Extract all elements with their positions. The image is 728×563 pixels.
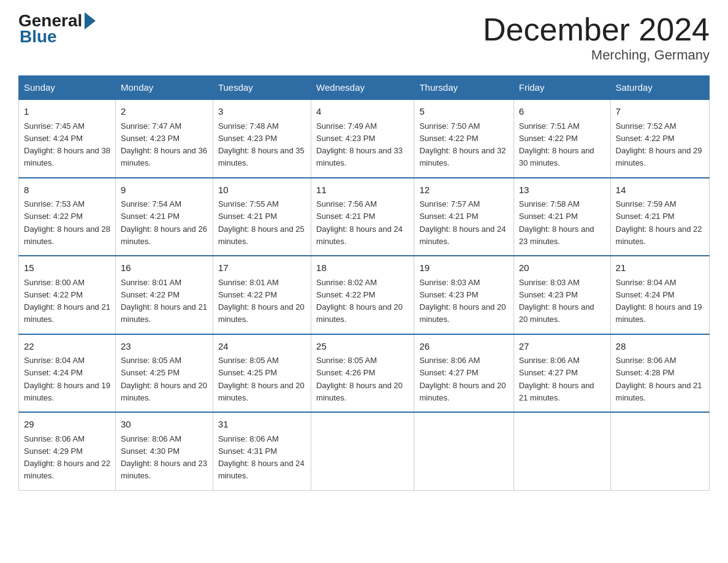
day-number: 31 xyxy=(218,418,306,432)
day-info: Sunrise: 7:57 AMSunset: 4:21 PMDaylight:… xyxy=(419,199,506,246)
table-row: 4 Sunrise: 7:49 AMSunset: 4:23 PMDayligh… xyxy=(311,99,414,178)
day-number: 19 xyxy=(419,261,508,275)
table-row: 25 Sunrise: 8:05 AMSunset: 4:26 PMDaylig… xyxy=(311,334,414,413)
table-row: 2 Sunrise: 7:47 AMSunset: 4:23 PMDayligh… xyxy=(115,99,213,178)
day-info: Sunrise: 7:49 AMSunset: 4:23 PMDaylight:… xyxy=(316,121,403,168)
table-row: 13 Sunrise: 7:58 AMSunset: 4:21 PMDaylig… xyxy=(514,178,610,256)
day-number: 27 xyxy=(519,340,605,354)
table-row: 20 Sunrise: 8:03 AMSunset: 4:23 PMDaylig… xyxy=(514,256,610,334)
table-row: 26 Sunrise: 8:06 AMSunset: 4:27 PMDaylig… xyxy=(414,334,514,413)
day-info: Sunrise: 7:47 AMSunset: 4:23 PMDaylight:… xyxy=(121,121,207,168)
table-row xyxy=(610,412,709,490)
day-info: Sunrise: 7:51 AMSunset: 4:22 PMDaylight:… xyxy=(519,121,594,168)
table-row: 18 Sunrise: 8:02 AMSunset: 4:22 PMDaylig… xyxy=(311,256,414,334)
day-number: 8 xyxy=(24,183,110,197)
table-row: 19 Sunrise: 8:03 AMSunset: 4:23 PMDaylig… xyxy=(414,256,514,334)
day-number: 11 xyxy=(316,183,409,197)
day-info: Sunrise: 8:06 AMSunset: 4:29 PMDaylight:… xyxy=(24,434,110,481)
col-thursday: Thursday xyxy=(414,76,514,100)
calendar-week-row: 29 Sunrise: 8:06 AMSunset: 4:29 PMDaylig… xyxy=(19,412,710,490)
day-number: 17 xyxy=(218,261,306,275)
page-header: General Blue December 2024 Merching, Ger… xyxy=(18,12,710,63)
table-row: 6 Sunrise: 7:51 AMSunset: 4:22 PMDayligh… xyxy=(514,99,610,178)
day-info: Sunrise: 7:52 AMSunset: 4:22 PMDaylight:… xyxy=(616,121,702,168)
table-row: 22 Sunrise: 8:04 AMSunset: 4:24 PMDaylig… xyxy=(19,334,116,413)
day-number: 28 xyxy=(616,340,704,354)
day-info: Sunrise: 8:05 AMSunset: 4:26 PMDaylight:… xyxy=(316,356,403,402)
day-info: Sunrise: 8:06 AMSunset: 4:30 PMDaylight:… xyxy=(121,434,207,481)
day-number: 7 xyxy=(616,105,704,119)
table-row: 28 Sunrise: 8:06 AMSunset: 4:28 PMDaylig… xyxy=(610,334,709,413)
day-number: 26 xyxy=(419,340,508,354)
table-row xyxy=(414,412,514,490)
day-number: 4 xyxy=(316,105,409,119)
calendar-week-row: 1 Sunrise: 7:45 AMSunset: 4:24 PMDayligh… xyxy=(19,99,710,178)
table-row: 7 Sunrise: 7:52 AMSunset: 4:22 PMDayligh… xyxy=(610,99,709,178)
table-row: 9 Sunrise: 7:54 AMSunset: 4:21 PMDayligh… xyxy=(115,178,213,256)
day-number: 1 xyxy=(24,105,110,119)
day-number: 13 xyxy=(519,183,605,197)
day-number: 5 xyxy=(419,105,508,119)
day-info: Sunrise: 7:59 AMSunset: 4:21 PMDaylight:… xyxy=(616,199,702,246)
day-number: 3 xyxy=(218,105,306,119)
title-area: December 2024 Merching, Germany xyxy=(483,12,710,63)
logo: General Blue xyxy=(18,12,96,47)
page-subtitle: Merching, Germany xyxy=(483,47,710,63)
table-row: 12 Sunrise: 7:57 AMSunset: 4:21 PMDaylig… xyxy=(414,178,514,256)
day-info: Sunrise: 8:06 AMSunset: 4:27 PMDaylight:… xyxy=(519,356,594,402)
col-sunday: Sunday xyxy=(19,76,116,100)
table-row: 27 Sunrise: 8:06 AMSunset: 4:27 PMDaylig… xyxy=(514,334,610,413)
table-row: 10 Sunrise: 7:55 AMSunset: 4:21 PMDaylig… xyxy=(213,178,311,256)
table-row: 15 Sunrise: 8:00 AMSunset: 4:22 PMDaylig… xyxy=(19,256,116,334)
table-row: 23 Sunrise: 8:05 AMSunset: 4:25 PMDaylig… xyxy=(115,334,213,413)
day-info: Sunrise: 8:03 AMSunset: 4:23 PMDaylight:… xyxy=(419,278,506,324)
table-row: 5 Sunrise: 7:50 AMSunset: 4:22 PMDayligh… xyxy=(414,99,514,178)
logo-blue-text: Blue xyxy=(20,27,57,47)
day-info: Sunrise: 8:06 AMSunset: 4:28 PMDaylight:… xyxy=(616,356,702,402)
day-number: 25 xyxy=(316,340,409,354)
day-info: Sunrise: 7:45 AMSunset: 4:24 PMDaylight:… xyxy=(24,121,110,168)
day-info: Sunrise: 8:05 AMSunset: 4:25 PMDaylight:… xyxy=(121,356,207,402)
table-row: 31 Sunrise: 8:06 AMSunset: 4:31 PMDaylig… xyxy=(213,412,311,490)
col-tuesday: Tuesday xyxy=(213,76,311,100)
day-number: 14 xyxy=(616,183,704,197)
table-row: 1 Sunrise: 7:45 AMSunset: 4:24 PMDayligh… xyxy=(19,99,116,178)
day-number: 16 xyxy=(121,261,208,275)
day-number: 30 xyxy=(121,418,208,432)
table-row: 11 Sunrise: 7:56 AMSunset: 4:21 PMDaylig… xyxy=(311,178,414,256)
day-number: 29 xyxy=(24,418,110,432)
col-monday: Monday xyxy=(115,76,213,100)
day-number: 6 xyxy=(519,105,605,119)
table-row: 30 Sunrise: 8:06 AMSunset: 4:30 PMDaylig… xyxy=(115,412,213,490)
day-info: Sunrise: 8:04 AMSunset: 4:24 PMDaylight:… xyxy=(616,278,702,324)
table-row: 24 Sunrise: 8:05 AMSunset: 4:25 PMDaylig… xyxy=(213,334,311,413)
col-friday: Friday xyxy=(514,76,610,100)
day-number: 10 xyxy=(218,183,306,197)
col-wednesday: Wednesday xyxy=(311,76,414,100)
table-row: 8 Sunrise: 7:53 AMSunset: 4:22 PMDayligh… xyxy=(19,178,116,256)
day-info: Sunrise: 8:00 AMSunset: 4:22 PMDaylight:… xyxy=(24,278,110,324)
day-info: Sunrise: 8:06 AMSunset: 4:31 PMDaylight:… xyxy=(218,434,305,481)
day-info: Sunrise: 7:53 AMSunset: 4:22 PMDaylight:… xyxy=(24,199,110,246)
day-info: Sunrise: 7:58 AMSunset: 4:21 PMDaylight:… xyxy=(519,199,594,246)
calendar-header-row: Sunday Monday Tuesday Wednesday Thursday… xyxy=(19,76,710,100)
day-info: Sunrise: 8:03 AMSunset: 4:23 PMDaylight:… xyxy=(519,278,594,324)
day-info: Sunrise: 8:06 AMSunset: 4:27 PMDaylight:… xyxy=(419,356,506,402)
day-number: 15 xyxy=(24,261,110,275)
day-info: Sunrise: 8:04 AMSunset: 4:24 PMDaylight:… xyxy=(24,356,110,402)
calendar-table: Sunday Monday Tuesday Wednesday Thursday… xyxy=(18,75,710,491)
day-info: Sunrise: 8:02 AMSunset: 4:22 PMDaylight:… xyxy=(316,278,403,324)
calendar-week-row: 15 Sunrise: 8:00 AMSunset: 4:22 PMDaylig… xyxy=(19,256,710,334)
day-info: Sunrise: 7:54 AMSunset: 4:21 PMDaylight:… xyxy=(121,199,207,246)
day-number: 2 xyxy=(121,105,208,119)
table-row: 17 Sunrise: 8:01 AMSunset: 4:22 PMDaylig… xyxy=(213,256,311,334)
table-row: 3 Sunrise: 7:48 AMSunset: 4:23 PMDayligh… xyxy=(213,99,311,178)
table-row: 21 Sunrise: 8:04 AMSunset: 4:24 PMDaylig… xyxy=(610,256,709,334)
day-number: 12 xyxy=(419,183,508,197)
table-row: 16 Sunrise: 8:01 AMSunset: 4:22 PMDaylig… xyxy=(115,256,213,334)
day-number: 24 xyxy=(218,340,306,354)
table-row xyxy=(311,412,414,490)
day-number: 9 xyxy=(121,183,208,197)
calendar-week-row: 22 Sunrise: 8:04 AMSunset: 4:24 PMDaylig… xyxy=(19,334,710,413)
table-row: 29 Sunrise: 8:06 AMSunset: 4:29 PMDaylig… xyxy=(19,412,116,490)
